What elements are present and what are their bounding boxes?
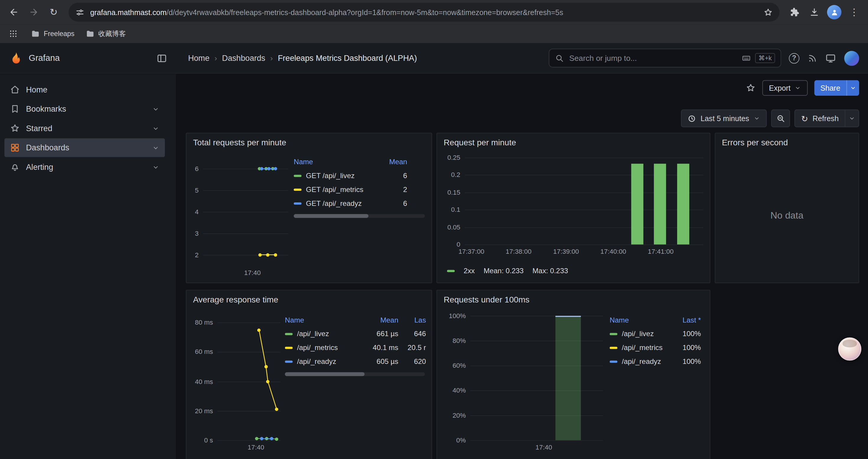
chevron-down-icon <box>848 115 855 121</box>
series-color-swatch <box>285 360 292 362</box>
series-color-swatch <box>285 333 292 335</box>
user-avatar[interactable] <box>844 51 859 66</box>
legend-header-mean[interactable]: Mean <box>356 316 398 324</box>
browser-toolbar: ↻ grafana.mathmast.com/d/deytv4rwavabkb/… <box>0 0 868 24</box>
extensions-icon[interactable] <box>786 4 803 21</box>
legend-header-name[interactable]: Name <box>294 158 313 166</box>
legend-header-last[interactable]: Last * <box>665 316 701 324</box>
time-range-label: Last 5 minutes <box>701 114 749 123</box>
address-bar[interactable]: grafana.mathmast.com/d/deytv4rwavabkb/fr… <box>68 3 779 22</box>
person-icon <box>827 5 841 20</box>
breadcrumb-home[interactable]: Home <box>188 54 210 63</box>
average-response-time-chart[interactable]: 80 ms60 ms40 ms20 ms0 s17:40 <box>191 309 280 454</box>
panel-legend: Name Mean GET /api/_livez 6 GET /api/_me… <box>294 155 426 278</box>
total-requests-chart[interactable]: 6543217:40 <box>191 154 288 279</box>
scrollbar-thumb[interactable] <box>294 214 368 218</box>
legend-series-value: 2 <box>403 185 407 193</box>
legend-row[interactable]: /api/_metrics 40.1 ms 20.5 r <box>285 340 426 355</box>
keyboard-icon <box>742 54 751 63</box>
bookmark-folder-blogs[interactable]: 收藏博客 <box>85 29 126 38</box>
legend-mean-stat: Mean: 0.233 <box>484 267 524 275</box>
legend-row[interactable]: /api/_readyz 605 µs 620 <box>285 355 426 368</box>
bookmark-star-icon[interactable] <box>764 7 773 17</box>
panel-title[interactable]: Requests under 100ms <box>437 290 710 305</box>
legend-row[interactable]: /api/_readyz 100% <box>610 355 701 368</box>
legend-series-name: GET /api/_readyz <box>306 199 362 207</box>
legend-header-name[interactable]: Name <box>285 316 356 324</box>
bell-icon <box>10 162 20 172</box>
legend-scrollbar[interactable] <box>294 214 425 218</box>
chevron-down-icon <box>152 125 159 132</box>
legend-row[interactable]: /api/_livez 661 µs 646 <box>285 327 426 341</box>
rss-icon[interactable] <box>808 54 817 63</box>
sidebar-item-bookmarks[interactable]: Bookmarks <box>4 100 165 119</box>
legend-header-name[interactable]: Name <box>610 316 665 324</box>
arrow-left-icon <box>9 7 19 17</box>
favorite-star-icon[interactable] <box>746 83 756 93</box>
profile-avatar[interactable] <box>826 4 843 21</box>
legend-row[interactable]: /api/_metrics 100% <box>610 340 701 355</box>
legend-row[interactable]: GET /api/_metrics 2 <box>294 183 426 196</box>
sidebar-item-alerting[interactable]: Alerting <box>4 158 165 177</box>
legend-series-value: 6 <box>403 199 407 207</box>
sidebar-item-label: Dashboards <box>26 143 69 152</box>
forward-button[interactable] <box>25 4 42 21</box>
search-box[interactable]: ⌘+k <box>549 49 781 68</box>
scrollbar-thumb[interactable] <box>285 372 365 376</box>
zoom-out-button[interactable] <box>771 109 790 127</box>
reload-button[interactable]: ↻ <box>45 4 62 21</box>
legend-last-value: 620 <box>398 357 426 366</box>
grafana-logo[interactable] <box>9 51 23 65</box>
bookmark-label: 收藏博客 <box>98 29 126 38</box>
series-color-swatch <box>610 333 617 335</box>
panel-title[interactable]: Request per minute <box>437 133 710 148</box>
sidebar-item-home[interactable]: Home <box>4 80 165 99</box>
arrow-right-icon <box>29 7 39 17</box>
panel-legend[interactable]: 2xx Mean: 0.233 Max: 0.233 <box>447 267 703 275</box>
legend-row[interactable]: /api/_livez 100% <box>610 327 701 341</box>
time-controls-row: Last 5 minutes ↻ Refresh <box>176 109 868 127</box>
legend-header-last[interactable]: Las <box>398 316 426 324</box>
search-input[interactable] <box>568 53 737 63</box>
help-icon[interactable]: ? <box>789 53 800 64</box>
browser-menu-icon[interactable]: ⋮ <box>846 4 862 21</box>
export-button[interactable]: Export <box>762 80 808 96</box>
refresh-interval-dropdown[interactable] <box>845 110 859 127</box>
legend-last-value: 100% <box>665 343 701 352</box>
share-dropdown-button[interactable] <box>846 80 859 96</box>
legend-header-mean[interactable]: Mean <box>389 158 407 166</box>
series-color-swatch <box>610 347 617 349</box>
panel-title[interactable]: Total requests per minute <box>186 133 432 148</box>
home-icon <box>10 85 20 95</box>
export-label: Export <box>769 84 790 92</box>
legend-last-value: 100% <box>665 330 701 338</box>
bookmark-folder-freeleaps[interactable]: Freeleaps <box>31 29 74 38</box>
legend-scrollbar[interactable] <box>285 372 425 376</box>
chevron-down-icon <box>850 85 856 91</box>
legend-series-name: GET /api/_metrics <box>306 185 363 193</box>
request-per-minute-chart[interactable]: 0.250.20.150.10.05017:37:0017:38:0017:39… <box>441 153 703 258</box>
panel-total-requests: Total requests per minute 6543217:40 Nam… <box>186 133 432 283</box>
share-button[interactable]: Share <box>814 80 859 96</box>
monitor-icon[interactable] <box>826 53 836 64</box>
sidebar-item-dashboards[interactable]: Dashboards <box>4 138 165 157</box>
refresh-button[interactable]: ↻ Refresh <box>795 110 845 127</box>
site-settings-icon[interactable] <box>75 7 85 17</box>
downloads-icon[interactable] <box>806 4 823 21</box>
assistant-avatar-bubble[interactable] <box>838 337 862 361</box>
breadcrumb-dashboards[interactable]: Dashboards <box>222 54 265 63</box>
bookmark-label: Freeleaps <box>44 30 74 37</box>
back-button[interactable] <box>6 4 22 21</box>
time-range-picker[interactable]: Last 5 minutes <box>681 109 767 127</box>
apps-grid-icon[interactable] <box>6 27 20 40</box>
dock-menu-icon[interactable] <box>157 53 167 64</box>
url-domain: grafana.mathmast.com <box>90 8 167 16</box>
breadcrumb-separator: › <box>215 54 217 63</box>
legend-row[interactable]: GET /api/_readyz 6 <box>294 196 426 210</box>
legend-row[interactable]: GET /api/_livez 6 <box>294 169 426 183</box>
requests-under-100ms-chart[interactable]: 100%80%60%40%20%0%17:40 <box>441 309 605 454</box>
bookmark-icon <box>10 104 20 114</box>
panel-title[interactable]: Average response time <box>186 290 432 305</box>
panel-title[interactable]: Errors per second <box>715 133 859 148</box>
sidebar-item-starred[interactable]: Starred <box>4 119 165 138</box>
